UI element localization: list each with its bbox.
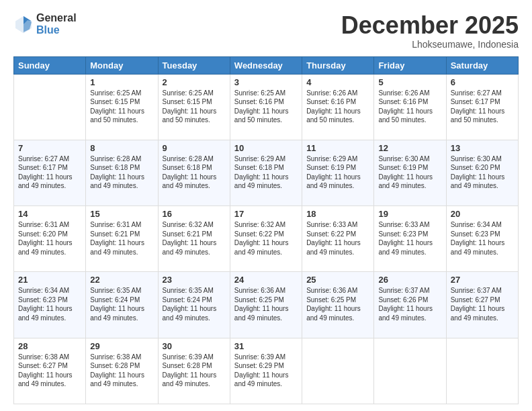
day-number: 16 xyxy=(163,209,226,219)
calendar-cell: 11Sunrise: 6:29 AMSunset: 6:19 PMDayligh… xyxy=(302,140,374,205)
location: Lhokseumawe, Indonesia xyxy=(341,39,519,50)
calendar-cell xyxy=(446,338,518,404)
cell-info: Sunrise: 6:31 AMSunset: 6:20 PMDaylight:… xyxy=(18,220,81,257)
cell-info: Sunrise: 6:39 AMSunset: 6:28 PMDaylight:… xyxy=(163,353,226,389)
calendar-cell: 7Sunrise: 6:27 AMSunset: 6:17 PMDaylight… xyxy=(14,140,86,205)
calendar-week-4: 21Sunrise: 6:34 AMSunset: 6:23 PMDayligh… xyxy=(14,272,519,338)
cell-info: Sunrise: 6:29 AMSunset: 6:19 PMDaylight:… xyxy=(306,154,369,191)
cell-info: Sunrise: 6:30 AMSunset: 6:19 PMDaylight:… xyxy=(378,154,441,191)
calendar-cell: 18Sunrise: 6:33 AMSunset: 6:22 PMDayligh… xyxy=(302,206,374,272)
calendar-cell: 22Sunrise: 6:35 AMSunset: 6:24 PMDayligh… xyxy=(86,272,158,338)
cell-info: Sunrise: 6:28 AMSunset: 6:18 PMDaylight:… xyxy=(163,154,226,191)
day-number: 2 xyxy=(163,77,226,87)
logo-icon xyxy=(13,14,34,34)
calendar-week-1: 1Sunrise: 6:25 AMSunset: 6:15 PMDaylight… xyxy=(14,74,519,140)
day-number: 7 xyxy=(18,143,81,153)
day-number: 17 xyxy=(234,209,298,219)
weekday-header-friday: Friday xyxy=(374,56,446,74)
cell-info: Sunrise: 6:26 AMSunset: 6:16 PMDaylight:… xyxy=(306,89,369,125)
cell-info: Sunrise: 6:28 AMSunset: 6:18 PMDaylight:… xyxy=(90,154,153,191)
day-number: 24 xyxy=(234,275,298,285)
day-number: 21 xyxy=(18,275,81,285)
calendar-week-2: 7Sunrise: 6:27 AMSunset: 6:17 PMDaylight… xyxy=(14,140,519,205)
calendar-cell: 28Sunrise: 6:38 AMSunset: 6:27 PMDayligh… xyxy=(14,338,86,404)
cell-info: Sunrise: 6:35 AMSunset: 6:24 PMDaylight:… xyxy=(90,286,153,322)
header: General Blue December 2025 Lhokseumawe, … xyxy=(13,12,519,50)
cell-info: Sunrise: 6:25 AMSunset: 6:16 PMDaylight:… xyxy=(234,89,298,125)
day-number: 8 xyxy=(90,143,153,153)
cell-info: Sunrise: 6:35 AMSunset: 6:24 PMDaylight:… xyxy=(163,286,226,322)
cell-info: Sunrise: 6:31 AMSunset: 6:21 PMDaylight:… xyxy=(90,220,153,257)
calendar-cell: 10Sunrise: 6:29 AMSunset: 6:18 PMDayligh… xyxy=(230,140,302,205)
calendar-cell: 6Sunrise: 6:27 AMSunset: 6:17 PMDaylight… xyxy=(446,74,518,140)
day-number: 26 xyxy=(378,275,441,285)
calendar-header-row: SundayMondayTuesdayWednesdayThursdayFrid… xyxy=(14,56,519,74)
logo: General Blue xyxy=(13,12,77,36)
day-number: 22 xyxy=(90,275,153,285)
logo-general-text: General xyxy=(36,12,77,24)
cell-info: Sunrise: 6:34 AMSunset: 6:23 PMDaylight:… xyxy=(18,286,81,322)
cell-info: Sunrise: 6:25 AMSunset: 6:15 PMDaylight:… xyxy=(90,89,153,125)
cell-info: Sunrise: 6:26 AMSunset: 6:16 PMDaylight:… xyxy=(378,89,441,125)
calendar-week-3: 14Sunrise: 6:31 AMSunset: 6:20 PMDayligh… xyxy=(14,206,519,272)
day-number: 20 xyxy=(451,209,514,219)
calendar-week-5: 28Sunrise: 6:38 AMSunset: 6:27 PMDayligh… xyxy=(14,338,519,404)
weekday-header-thursday: Thursday xyxy=(302,56,374,74)
cell-info: Sunrise: 6:36 AMSunset: 6:25 PMDaylight:… xyxy=(234,286,298,322)
weekday-header-monday: Monday xyxy=(86,56,158,74)
day-number: 14 xyxy=(18,209,81,219)
calendar-cell: 14Sunrise: 6:31 AMSunset: 6:20 PMDayligh… xyxy=(14,206,86,272)
calendar-cell: 1Sunrise: 6:25 AMSunset: 6:15 PMDaylight… xyxy=(86,74,158,140)
day-number: 25 xyxy=(306,275,369,285)
cell-info: Sunrise: 6:38 AMSunset: 6:28 PMDaylight:… xyxy=(90,353,153,389)
title-section: December 2025 Lhokseumawe, Indonesia xyxy=(341,12,519,50)
calendar-cell: 16Sunrise: 6:32 AMSunset: 6:21 PMDayligh… xyxy=(158,206,230,272)
weekday-header-tuesday: Tuesday xyxy=(158,56,230,74)
day-number: 27 xyxy=(451,275,514,285)
calendar-cell: 24Sunrise: 6:36 AMSunset: 6:25 PMDayligh… xyxy=(230,272,302,338)
calendar-cell: 30Sunrise: 6:39 AMSunset: 6:28 PMDayligh… xyxy=(158,338,230,404)
cell-info: Sunrise: 6:27 AMSunset: 6:17 PMDaylight:… xyxy=(451,89,514,125)
calendar-cell: 13Sunrise: 6:30 AMSunset: 6:20 PMDayligh… xyxy=(446,140,518,205)
logo-text: General Blue xyxy=(36,12,77,36)
cell-info: Sunrise: 6:30 AMSunset: 6:20 PMDaylight:… xyxy=(451,154,514,191)
day-number: 23 xyxy=(163,275,226,285)
calendar-cell: 4Sunrise: 6:26 AMSunset: 6:16 PMDaylight… xyxy=(302,74,374,140)
day-number: 12 xyxy=(378,143,441,153)
day-number: 10 xyxy=(234,143,298,153)
cell-info: Sunrise: 6:32 AMSunset: 6:22 PMDaylight:… xyxy=(234,220,298,257)
calendar-cell: 23Sunrise: 6:35 AMSunset: 6:24 PMDayligh… xyxy=(158,272,230,338)
calendar-cell: 5Sunrise: 6:26 AMSunset: 6:16 PMDaylight… xyxy=(374,74,446,140)
cell-info: Sunrise: 6:33 AMSunset: 6:23 PMDaylight:… xyxy=(378,220,441,257)
cell-info: Sunrise: 6:38 AMSunset: 6:27 PMDaylight:… xyxy=(18,353,81,389)
day-number: 4 xyxy=(306,77,369,87)
day-number: 30 xyxy=(163,341,226,351)
calendar-cell: 9Sunrise: 6:28 AMSunset: 6:18 PMDaylight… xyxy=(158,140,230,205)
cell-info: Sunrise: 6:25 AMSunset: 6:15 PMDaylight:… xyxy=(163,89,226,125)
calendar-cell: 12Sunrise: 6:30 AMSunset: 6:19 PMDayligh… xyxy=(374,140,446,205)
day-number: 15 xyxy=(90,209,153,219)
day-number: 28 xyxy=(18,341,81,351)
day-number: 9 xyxy=(163,143,226,153)
calendar-table: SundayMondayTuesdayWednesdayThursdayFrid… xyxy=(13,56,519,404)
cell-info: Sunrise: 6:37 AMSunset: 6:27 PMDaylight:… xyxy=(451,286,514,322)
weekday-header-sunday: Sunday xyxy=(14,56,86,74)
day-number: 3 xyxy=(234,77,298,87)
calendar-cell: 17Sunrise: 6:32 AMSunset: 6:22 PMDayligh… xyxy=(230,206,302,272)
cell-info: Sunrise: 6:33 AMSunset: 6:22 PMDaylight:… xyxy=(306,220,369,257)
calendar-cell: 15Sunrise: 6:31 AMSunset: 6:21 PMDayligh… xyxy=(86,206,158,272)
calendar-cell: 29Sunrise: 6:38 AMSunset: 6:28 PMDayligh… xyxy=(86,338,158,404)
weekday-header-wednesday: Wednesday xyxy=(230,56,302,74)
day-number: 29 xyxy=(90,341,153,351)
day-number: 1 xyxy=(90,77,153,87)
day-number: 6 xyxy=(451,77,514,87)
cell-info: Sunrise: 6:36 AMSunset: 6:25 PMDaylight:… xyxy=(306,286,369,322)
calendar-cell: 3Sunrise: 6:25 AMSunset: 6:16 PMDaylight… xyxy=(230,74,302,140)
calendar-cell: 21Sunrise: 6:34 AMSunset: 6:23 PMDayligh… xyxy=(14,272,86,338)
cell-info: Sunrise: 6:32 AMSunset: 6:21 PMDaylight:… xyxy=(163,220,226,257)
calendar-cell xyxy=(374,338,446,404)
weekday-header-saturday: Saturday xyxy=(446,56,518,74)
calendar-cell xyxy=(302,338,374,404)
calendar-cell: 26Sunrise: 6:37 AMSunset: 6:26 PMDayligh… xyxy=(374,272,446,338)
calendar-cell: 31Sunrise: 6:39 AMSunset: 6:29 PMDayligh… xyxy=(230,338,302,404)
